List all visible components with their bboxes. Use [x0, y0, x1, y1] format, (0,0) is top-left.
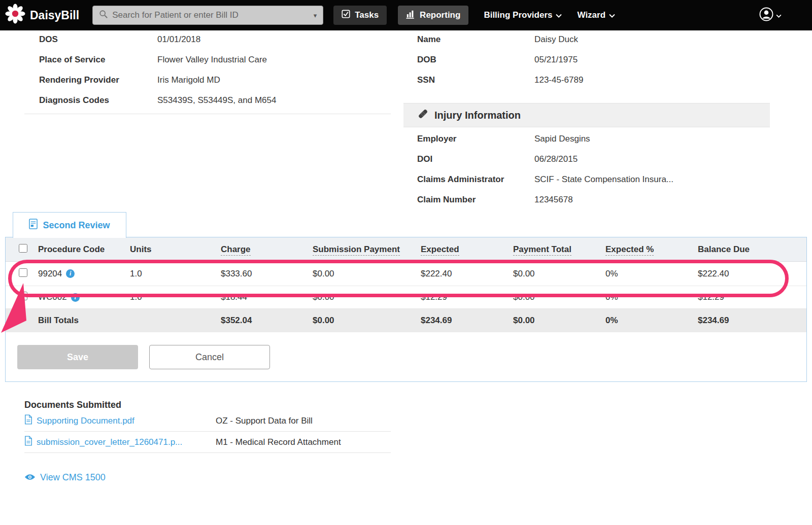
total-payment-total: $0.00 [513, 316, 605, 326]
patient-info-panel: Name Daisy Duck DOB 05/21/1975 SSN 123-4… [403, 29, 770, 90]
cell-payment-total: $0.00 [513, 269, 605, 279]
save-button[interactable]: Save [17, 345, 138, 369]
cell-units: 1.0 [130, 292, 221, 302]
chevron-down-icon [776, 11, 782, 20]
info-label: Diagnosis Codes [39, 95, 157, 106]
injury-info-panel: Injury Information Employer Sapid Desgin… [403, 103, 770, 210]
cancel-button[interactable]: Cancel [149, 345, 270, 369]
documents-section: Documents Submitted Supporting Document.… [24, 400, 786, 483]
cell-balance-due: $12.29 [698, 292, 806, 302]
info-label: Claim Number [417, 195, 534, 205]
info-row: Employer Sapid Desgins [403, 129, 770, 149]
info-value: 12345678 [534, 195, 573, 205]
user-menu[interactable] [759, 7, 782, 23]
document-name: submission_cover_letter_1260471.p... [37, 437, 182, 447]
info-label: Name [417, 34, 534, 45]
document-icon [29, 219, 38, 232]
search-input[interactable] [112, 10, 309, 20]
table-header-row: Procedure Code Units Charge Submission P… [6, 237, 806, 262]
tasks-check-icon [342, 10, 350, 21]
cell-charge: $333.60 [221, 269, 313, 279]
info-value: Daisy Duck [534, 34, 578, 45]
bill-info-panel: DOS 01/01/2018 Place of Service Flower V… [24, 29, 391, 114]
search-box: ▾ [92, 6, 323, 25]
injury-info-header: Injury Information [403, 103, 770, 127]
billing-providers-label: Billing Providers [484, 10, 552, 20]
document-name: Supporting Document.pdf [37, 416, 134, 426]
info-row: DOS 01/01/2018 [24, 29, 391, 50]
navbar: DaisyBill ▾ Tasks [0, 0, 812, 30]
col-expected-pct[interactable]: Expected % [605, 244, 654, 256]
col-submission-payment[interactable]: Submission Payment [313, 244, 400, 256]
info-value: Sapid Desgins [534, 134, 590, 144]
col-expected[interactable]: Expected [421, 244, 459, 256]
page: DaisyBill ▾ Tasks [0, 0, 812, 525]
document-row: submission_cover_letter_1260471.p... M1 … [24, 432, 391, 453]
info-value: 01/01/2018 [157, 34, 200, 45]
info-label: Claims Administrator [417, 174, 534, 185]
cell-submission-payment: $0.00 [313, 292, 421, 302]
tab-second-review-label: Second Review [43, 220, 110, 231]
procedure-code: WC002 [38, 292, 67, 302]
view-cms-1500-link[interactable]: View CMS 1500 [24, 472, 106, 483]
search-dropdown-caret[interactable]: ▾ [314, 12, 317, 19]
document-link[interactable]: submission_cover_letter_1260471.p... [24, 436, 216, 448]
wizard-menu[interactable]: Wizard [577, 10, 615, 20]
cell-expected-pct: 0% [605, 292, 698, 302]
col-procedure-code: Procedure Code [38, 244, 105, 254]
cell-submission-payment: $0.00 [313, 269, 421, 279]
pdf-file-icon [24, 414, 32, 427]
total-charge: $352.04 [221, 316, 313, 326]
table-row: 99204 i 1.0 $333.60 $0.00 $222.40 $0.00 … [6, 262, 806, 286]
info-row: DOB 05/21/1975 [403, 50, 770, 70]
table-actions: Save Cancel [6, 345, 806, 369]
info-value: SCIF - State Compensation Insura... [534, 174, 673, 185]
brand[interactable]: DaisyBill [5, 4, 79, 27]
search-icon [99, 10, 108, 21]
reporting-label: Reporting [420, 10, 460, 20]
bill-totals-label: Bill Totals [38, 316, 130, 326]
info-row: SSN 123-45-6789 [403, 70, 770, 90]
row-checkbox[interactable] [19, 268, 27, 277]
info-label: DOB [417, 55, 534, 65]
view-cms-1500-label: View CMS 1500 [40, 472, 106, 483]
info-label: Place of Service [39, 55, 157, 65]
info-row: Rendering Provider Iris Marigold MD [24, 70, 391, 90]
info-value: 05/21/1975 [534, 55, 578, 65]
cell-expected-pct: 0% [605, 269, 698, 279]
row-checkbox[interactable] [19, 292, 27, 300]
info-label: Rendering Provider [39, 75, 157, 85]
billing-providers-menu[interactable]: Billing Providers [484, 10, 562, 20]
document-link[interactable]: Supporting Document.pdf [24, 414, 216, 427]
cell-expected: $222.40 [421, 269, 513, 279]
info-label: Employer [417, 134, 534, 144]
tab-second-review[interactable]: Second Review [13, 212, 126, 238]
info-value: 06/28/2015 [534, 154, 578, 164]
cell-units: 1.0 [130, 269, 221, 279]
chevron-down-icon [609, 10, 615, 20]
bill-totals-row: Bill Totals $352.04 $0.00 $234.69 $0.00 … [6, 309, 806, 332]
second-review-panel: Procedure Code Units Charge Submission P… [5, 237, 807, 382]
total-expected: $234.69 [421, 316, 513, 326]
info-row: Claims Administrator SCIF - State Compen… [403, 169, 770, 190]
cell-expected: $12.29 [421, 292, 513, 302]
reporting-button[interactable]: Reporting [398, 6, 468, 25]
info-value: 123-45-6789 [534, 75, 583, 85]
select-all-checkbox[interactable] [19, 244, 27, 253]
document-description: M1 - Medical Record Attachment [216, 437, 341, 447]
cell-payment-total: $0.00 [513, 292, 605, 302]
info-icon[interactable]: i [71, 293, 80, 302]
bar-chart-icon [406, 10, 415, 21]
wizard-label: Wizard [577, 10, 605, 20]
pdf-file-icon [24, 436, 32, 448]
col-payment-total[interactable]: Payment Total [513, 244, 571, 256]
info-icon[interactable]: i [66, 269, 75, 278]
col-units: Units [130, 244, 152, 254]
col-charge[interactable]: Charge [221, 244, 251, 256]
info-row: Place of Service Flower Valley Industria… [24, 50, 391, 70]
tasks-button[interactable]: Tasks [333, 6, 387, 25]
chevron-down-icon [556, 10, 562, 20]
total-submission-payment: $0.00 [313, 316, 421, 326]
info-row: DOI 06/28/2015 [403, 149, 770, 169]
info-row: Name Daisy Duck [403, 29, 770, 50]
